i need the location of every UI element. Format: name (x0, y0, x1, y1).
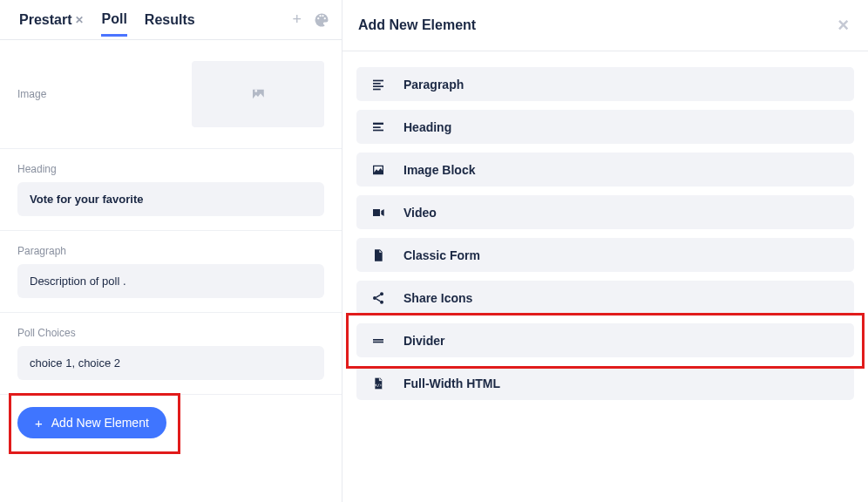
element-image-block[interactable]: Image Block (356, 153, 854, 187)
element-list: Paragraph Heading Image Block Video Clas (342, 51, 868, 416)
element-full-width-html[interactable]: Full-Width HTML (356, 366, 854, 400)
field-heading: Heading Vote for your favorite (0, 149, 342, 231)
svg-rect-10 (373, 339, 383, 341)
svg-point-8 (380, 292, 383, 295)
image-icon (370, 162, 386, 178)
button-label: Add New Element (51, 416, 149, 430)
heading-icon (370, 119, 386, 135)
close-icon[interactable]: × (837, 14, 849, 37)
right-header: Add New Element × (342, 0, 868, 51)
element-label: Paragraph (403, 78, 464, 92)
tabs: Prestart ✕ Poll Results (19, 3, 292, 37)
svg-rect-3 (373, 88, 381, 90)
image-placeholder[interactable] (192, 61, 324, 127)
plus-icon: + (35, 417, 43, 430)
svg-rect-1 (373, 83, 381, 85)
paragraph-input[interactable]: Description of poll . (17, 264, 324, 298)
element-video[interactable]: Video (356, 195, 854, 229)
divider-icon (370, 333, 386, 349)
tab-label: Results (145, 12, 195, 28)
element-label: Full-Width HTML (403, 376, 500, 390)
share-icon (370, 290, 386, 306)
tab-prestart[interactable]: Prestart ✕ (19, 3, 84, 37)
tab-poll[interactable]: Poll (101, 3, 126, 37)
element-divider[interactable]: Divider (356, 323, 854, 357)
element-label: Share Icons (403, 291, 472, 305)
field-image: Image (0, 40, 342, 149)
image-icon (250, 86, 266, 102)
element-label: Image Block (403, 163, 475, 177)
field-label: Poll Choices (17, 327, 324, 339)
tab-label: Prestart (19, 12, 71, 28)
add-new-element-button[interactable]: + Add New Element (17, 407, 166, 438)
tabs-row: Prestart ✕ Poll Results + (0, 0, 342, 40)
element-label: Video (403, 206, 437, 220)
svg-rect-5 (373, 126, 381, 128)
paragraph-icon (370, 77, 386, 92)
field-paragraph: Paragraph Description of poll . (0, 231, 342, 313)
field-label: Heading (17, 163, 324, 175)
svg-rect-2 (373, 85, 383, 87)
left-panel: Prestart ✕ Poll Results + Image Heading … (0, 0, 342, 502)
element-paragraph[interactable]: Paragraph (356, 67, 854, 101)
close-icon[interactable]: ✕ (75, 14, 84, 26)
field-poll-choices: Poll Choices choice 1, choice 2 (0, 313, 342, 394)
element-classic-form[interactable]: Classic Form (356, 238, 854, 272)
field-label: Paragraph (17, 245, 324, 257)
svg-rect-11 (373, 341, 383, 343)
palette-icon[interactable] (314, 12, 329, 28)
add-tab-icon[interactable]: + (292, 10, 302, 29)
svg-point-9 (380, 300, 383, 303)
heading-input[interactable]: Vote for your favorite (17, 182, 324, 216)
tab-results[interactable]: Results (145, 3, 195, 37)
field-label: Image (17, 88, 46, 100)
svg-rect-4 (373, 122, 383, 124)
svg-point-7 (373, 296, 376, 300)
tabs-actions: + (292, 10, 329, 29)
right-panel: Add New Element × Paragraph Heading Imag… (342, 0, 868, 502)
tab-label: Poll (101, 11, 126, 27)
poll-choices-input[interactable]: choice 1, choice 2 (17, 346, 324, 380)
video-icon (370, 205, 386, 220)
element-heading[interactable]: Heading (356, 110, 854, 144)
form-icon (370, 248, 386, 263)
page-title: Add New Element (358, 17, 476, 33)
element-label: Divider (403, 334, 444, 348)
html-icon (370, 376, 386, 391)
element-share-icons[interactable]: Share Icons (356, 281, 854, 315)
svg-rect-6 (373, 129, 383, 131)
element-label: Heading (403, 120, 451, 134)
element-label: Classic Form (403, 248, 480, 262)
svg-rect-0 (373, 79, 383, 81)
